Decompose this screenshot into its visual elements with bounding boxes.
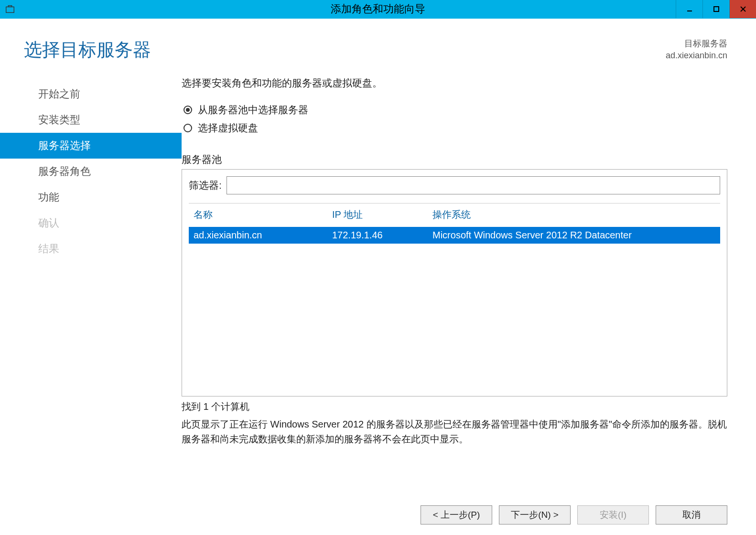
wizard-footer: < 上一步(P) 下一步(N) > 安装(I) 取消 — [0, 498, 756, 535]
svg-rect-1 — [8, 6, 11, 7]
minimize-button[interactable] — [676, 0, 702, 18]
header-row: 选择目标服务器 目标服务器 ad.xiexianbin.cn — [0, 19, 756, 62]
radio-label: 选择虚拟硬盘 — [198, 121, 258, 135]
table-header: 名称 IP 地址 操作系统 — [189, 203, 720, 227]
help-text: 此页显示了正在运行 Windows Server 2012 的服务器以及那些已经… — [182, 417, 727, 447]
close-button[interactable] — [729, 0, 756, 18]
radio-icon — [184, 124, 192, 132]
table-row[interactable]: ad.xiexianbin.cn 172.19.1.46 Microsoft W… — [189, 227, 720, 244]
cancel-button[interactable]: 取消 — [656, 505, 727, 524]
target-info: 目标服务器 ad.xiexianbin.cn — [666, 38, 727, 62]
step-before-begin[interactable]: 开始之前 — [0, 81, 182, 107]
step-server-roles[interactable]: 服务器角色 — [0, 159, 182, 184]
title-bar: 添加角色和功能向导 — [0, 0, 756, 18]
target-server: ad.xiexianbin.cn — [666, 50, 727, 62]
step-features[interactable]: 功能 — [0, 184, 182, 210]
wizard-steps-sidebar: 开始之前 安装类型 服务器选择 服务器角色 功能 确认 结果 — [0, 76, 182, 498]
server-table: 名称 IP 地址 操作系统 ad.xiexianbin.cn 172.19.1.… — [189, 203, 720, 396]
window-title: 添加角色和功能向导 — [331, 2, 425, 16]
svg-rect-0 — [6, 7, 14, 12]
app-icon — [5, 4, 15, 14]
install-button: 安装(I) — [577, 505, 649, 524]
radio-label: 从服务器池中选择服务器 — [198, 103, 308, 117]
filter-input[interactable] — [227, 176, 720, 194]
step-results: 结果 — [0, 236, 182, 262]
column-name[interactable]: 名称 — [194, 208, 332, 221]
window-buttons — [676, 0, 756, 18]
filter-row: 筛选器: — [189, 176, 720, 194]
step-confirmation: 确认 — [0, 210, 182, 236]
instruction-text: 选择要安装角色和功能的服务器或虚拟硬盘。 — [182, 76, 727, 90]
main-columns: 开始之前 安装类型 服务器选择 服务器角色 功能 确认 结果 选择要安装角色和功… — [0, 62, 756, 498]
radio-vhd[interactable]: 选择虚拟硬盘 — [182, 121, 727, 135]
radio-server-pool[interactable]: 从服务器池中选择服务器 — [182, 103, 727, 117]
step-install-type[interactable]: 安装类型 — [0, 107, 182, 133]
column-os[interactable]: 操作系统 — [432, 208, 715, 221]
radio-icon — [184, 106, 192, 114]
maximize-button[interactable] — [702, 0, 729, 18]
column-ip[interactable]: IP 地址 — [332, 208, 432, 221]
server-pool-label: 服务器池 — [182, 153, 727, 166]
selection-radios: 从服务器池中选择服务器 选择虚拟硬盘 — [182, 103, 727, 139]
cell-ip: 172.19.1.46 — [332, 230, 432, 241]
server-pool-box: 筛选器: 名称 IP 地址 操作系统 ad.xiexianbin.cn 172.… — [182, 169, 727, 396]
cell-name: ad.xiexianbin.cn — [194, 230, 332, 241]
page-title: 选择目标服务器 — [24, 38, 151, 62]
found-count-text: 找到 1 个计算机 — [182, 400, 727, 413]
filter-label: 筛选器: — [189, 179, 222, 192]
step-server-selection[interactable]: 服务器选择 — [0, 133, 182, 159]
svg-rect-3 — [714, 7, 719, 11]
cell-os: Microsoft Windows Server 2012 R2 Datacen… — [432, 230, 715, 241]
wizard-content: 选择目标服务器 目标服务器 ad.xiexianbin.cn 开始之前 安装类型… — [0, 18, 756, 535]
main-panel: 选择要安装角色和功能的服务器或虚拟硬盘。 从服务器池中选择服务器 选择虚拟硬盘 … — [182, 76, 727, 498]
next-button[interactable]: 下一步(N) > — [499, 505, 571, 524]
previous-button[interactable]: < 上一步(P) — [421, 505, 492, 524]
target-label: 目标服务器 — [666, 38, 727, 50]
